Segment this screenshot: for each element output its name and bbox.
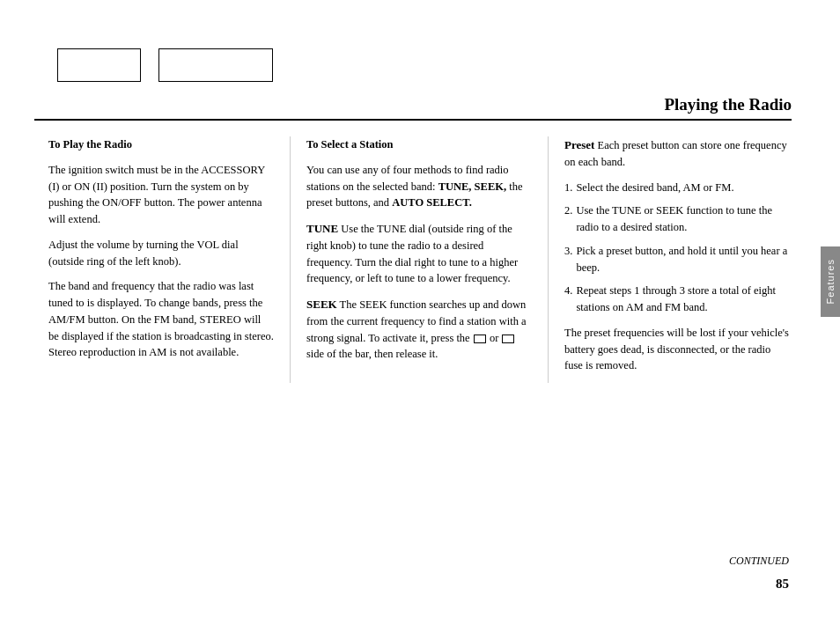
list-item: 4.Repeat steps 1 through 3 store a total… [564, 283, 790, 316]
col2-intro: You can use any of four methods to find … [306, 162, 532, 211]
col2-autoselect-bold: AUTO SELECT. [392, 196, 472, 209]
col2: To Select a Station You can use any of f… [291, 136, 549, 383]
page-title: Playing the Radio [664, 95, 792, 114]
top-box-2 [158, 48, 273, 82]
col2-seek-or: or [487, 332, 502, 344]
top-box-1 [57, 48, 141, 82]
seek-box-left [474, 335, 486, 343]
col3-footer: The preset frequencies will be lost if y… [564, 325, 790, 374]
step3-text: Pick a preset button, and hold it until … [576, 243, 790, 276]
col3: Preset Each preset button can store one … [549, 136, 806, 383]
col1: To Play the Radio The ignition switch mu… [48, 136, 291, 383]
col1-para3: The band and frequency that the radio wa… [48, 278, 274, 361]
continued-label: CONTINUED [729, 555, 789, 568]
col2-tune-bold: TUNE, SEEK, [438, 180, 506, 193]
col3-preset-intro: Preset Each preset button can store one … [564, 136, 790, 171]
col2-seek-label: SEEK [306, 298, 337, 311]
col2-tune-text: Use the TUNE dial (outside ring of the r… [306, 223, 518, 284]
seek-box-right [502, 335, 514, 343]
list-item: 1.Select the desired band, AM or FM. [564, 180, 790, 196]
col2-heading: To Select a Station [306, 136, 532, 153]
col2-tune-section: TUNE Use the TUNE dial (outside ring of … [306, 220, 532, 287]
col2-seek-section: SEEK The SEEK function searches up and d… [306, 296, 532, 363]
col1-para1: The ignition switch must be in the ACCES… [48, 162, 274, 228]
step1-text: Select the desired band, AM or FM. [576, 180, 733, 196]
page-title-area: Playing the Radio [34, 95, 792, 121]
content-area: To Play the Radio The ignition switch mu… [48, 136, 806, 383]
sidebar-tab: Features [821, 246, 840, 317]
step4-text: Repeat steps 1 through 3 store a total o… [576, 283, 790, 316]
col2-seek-text3: side of the bar, then release it. [306, 348, 438, 360]
col3-steps-list: 1.Select the desired band, AM or FM. 2.U… [564, 180, 790, 316]
col1-para2: Adjust the volume by turning the VOL dia… [48, 237, 274, 270]
col3-preset-text: Each preset button can store one frequen… [564, 139, 787, 168]
list-item: 2.Use the TUNE or SEEK function to tune … [564, 202, 790, 236]
step2-text: Use the TUNE or SEEK function to tune th… [576, 202, 790, 236]
page-number: 85 [776, 577, 789, 592]
col1-heading: To Play the Radio [48, 136, 274, 153]
sidebar-tab-label: Features [825, 259, 836, 304]
col2-tune-label: TUNE [306, 222, 338, 235]
top-boxes-area [57, 48, 273, 82]
page: Playing the Radio To Play the Radio The … [0, 0, 840, 625]
list-item: 3.Pick a preset button, and hold it unti… [564, 243, 790, 276]
col3-preset-label: Preset [564, 138, 594, 151]
